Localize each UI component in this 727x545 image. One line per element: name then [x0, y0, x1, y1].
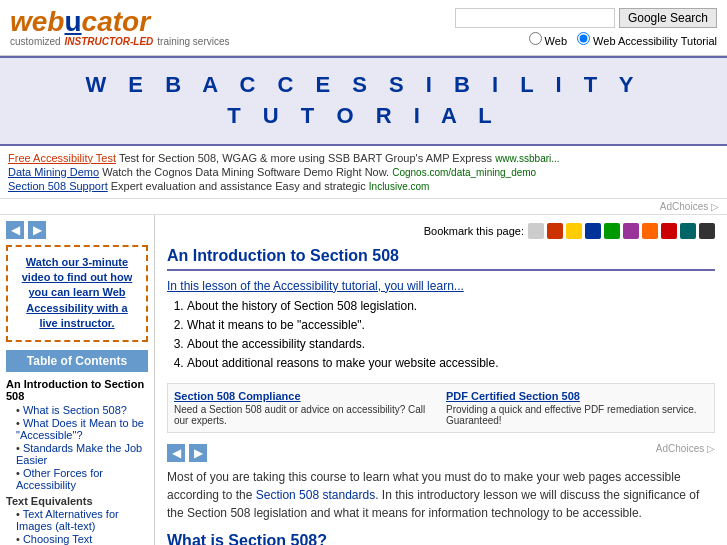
- list-item: About the history of Section 508 legisla…: [187, 297, 715, 316]
- sidebar-nav-arrows: ◀ ▶: [6, 221, 148, 239]
- sidebar: ◀ ▶ Watch our 3-minute video to find out…: [0, 215, 155, 545]
- ad-link-2[interactable]: Data Mining Demo: [8, 166, 99, 178]
- ad-desc-1: Test for Section 508, WGAG & more using …: [119, 152, 495, 164]
- ad-mid: Section 508 Compliance Need a Section 50…: [167, 383, 715, 433]
- list-item: What it means to be "accessible".: [187, 316, 715, 335]
- toc-category-text-equiv: Text Equivalents: [6, 495, 148, 507]
- ad-mid-right-title[interactable]: PDF Certified Section 508: [446, 390, 708, 402]
- ad-col-left: Section 508 Compliance Need a Section 50…: [174, 390, 436, 426]
- ad-url-1: www.ssbbari...: [495, 153, 559, 164]
- toc-item-accessible[interactable]: What Does it Mean to be "Accessible"?: [6, 417, 148, 441]
- radio-tutorial-label[interactable]: Web Accessibility Tutorial: [577, 32, 717, 47]
- search-button[interactable]: Google Search: [619, 8, 717, 28]
- ad-link-1[interactable]: Free Accessibility Test: [8, 152, 116, 164]
- ad-bar: Free Accessibility Test Test for Section…: [0, 146, 727, 199]
- toc-item-choosing-text[interactable]: Choosing Text Equivalents for Images And…: [6, 533, 148, 545]
- search-area: Google Search Web Web Accessibility Tuto…: [455, 8, 717, 47]
- bookmark-icons: [528, 223, 715, 239]
- content-nav-arrows: ◀ ▶: [167, 444, 207, 462]
- sidebar-toc: An Introduction to Section 508 What is S…: [6, 378, 148, 545]
- section508-link[interactable]: Section 508 standards: [256, 488, 375, 502]
- header: webucator customized INSTRUCTOR-LED trai…: [0, 0, 727, 56]
- ad-link-3[interactable]: Section 508 Support: [8, 180, 108, 192]
- bm-icon-9[interactable]: [680, 223, 696, 239]
- ad-item-3: Section 508 Support Expert evaluation an…: [8, 180, 719, 192]
- bookmark-text: Bookmark this page:: [424, 225, 524, 237]
- lesson-link[interactable]: In this lesson of the Accessibility tuto…: [167, 279, 464, 293]
- bm-icon-1[interactable]: [528, 223, 544, 239]
- radio-web[interactable]: [529, 32, 542, 45]
- section2-title: What is Section 508?: [167, 532, 715, 545]
- ad-mid-left-desc: Need a Section 508 audit or advice on ac…: [174, 404, 436, 426]
- video-link[interactable]: Watch our 3-minute video to find out how…: [22, 256, 133, 330]
- ad-url-2: Cognos.com/data_mining_demo: [392, 167, 536, 178]
- content-next-button[interactable]: ▶: [189, 444, 207, 462]
- radio-web-label[interactable]: Web: [529, 32, 567, 47]
- list-item: About additional reasons to make your we…: [187, 354, 715, 373]
- section1-title: An Introduction to Section 508: [167, 247, 715, 271]
- section-intro: An Introduction to Section 508 In this l…: [167, 247, 715, 523]
- logo-subtitle: customized INSTRUCTOR-LED training servi…: [10, 36, 230, 47]
- adchoices-mid: AdChoices ▷: [656, 443, 715, 454]
- adchoices-bar: AdChoices ▷: [0, 199, 727, 215]
- page-title: W e b A c c e s s i b i l i t y T u t o …: [12, 70, 715, 132]
- logo-area: webucator customized INSTRUCTOR-LED trai…: [10, 8, 230, 47]
- lesson-box: In this lesson of the Accessibility tuto…: [167, 279, 715, 374]
- content-prev-button[interactable]: ◀: [167, 444, 185, 462]
- bm-icon-5[interactable]: [604, 223, 620, 239]
- search-row: Google Search: [455, 8, 717, 28]
- search-input[interactable]: [455, 8, 615, 28]
- sidebar-video-box: Watch our 3-minute video to find out how…: [6, 245, 148, 342]
- lesson-list: About the history of Section 508 legisla…: [167, 297, 715, 374]
- bm-icon-7[interactable]: [642, 223, 658, 239]
- title-banner: W e b A c c e s s i b i l i t y T u t o …: [0, 56, 727, 146]
- ad-url-3: Inclusive.com: [369, 181, 430, 192]
- toc-header: Table of Contents: [6, 350, 148, 372]
- radio-tutorial[interactable]: [577, 32, 590, 45]
- ad-desc-3: Expert evaluation and assistance Easy an…: [111, 180, 369, 192]
- bm-icon-6[interactable]: [623, 223, 639, 239]
- intro-paragraph: Most of you are taking this course to le…: [167, 468, 715, 522]
- bm-icon-2[interactable]: [547, 223, 563, 239]
- radio-row: Web Web Accessibility Tutorial: [529, 32, 717, 47]
- ad-desc-2: Watch the Cognos Data Mining Software De…: [102, 166, 392, 178]
- bookmark-row: Bookmark this page:: [167, 223, 715, 239]
- sidebar-next-button[interactable]: ▶: [28, 221, 46, 239]
- toc-item-alt-text[interactable]: Text Alternatives for Images (alt-text): [6, 508, 148, 532]
- content: Bookmark this page: An Introduction to S…: [155, 215, 727, 545]
- ad-item-2: Data Mining Demo Watch the Cognos Data M…: [8, 166, 719, 178]
- what-is-section: What is Section 508? The legislation ref…: [167, 532, 715, 545]
- bm-icon-4[interactable]: [585, 223, 601, 239]
- toc-section-intro: An Introduction to Section 508: [6, 378, 148, 402]
- main-layout: ◀ ▶ Watch our 3-minute video to find out…: [0, 215, 727, 545]
- sidebar-prev-button[interactable]: ◀: [6, 221, 24, 239]
- ad-mid-right-desc: Providing a quick and effective PDF reme…: [446, 404, 708, 426]
- bm-icon-3[interactable]: [566, 223, 582, 239]
- ad-item-1: Free Accessibility Test Test for Section…: [8, 152, 719, 164]
- bm-icon-10[interactable]: [699, 223, 715, 239]
- bm-icon-8[interactable]: [661, 223, 677, 239]
- list-item: About the accessibility standards.: [187, 335, 715, 354]
- ad-mid-left-title[interactable]: Section 508 Compliance: [174, 390, 436, 402]
- toc-item-standards[interactable]: Standards Make the Job Easier: [6, 442, 148, 466]
- ad-col-right: PDF Certified Section 508 Providing a qu…: [446, 390, 708, 426]
- logo: webucator: [10, 8, 230, 36]
- toc-item-forces[interactable]: Other Forces for Accessibility: [6, 467, 148, 491]
- toc-item-what-is[interactable]: What is Section 508?: [6, 404, 148, 416]
